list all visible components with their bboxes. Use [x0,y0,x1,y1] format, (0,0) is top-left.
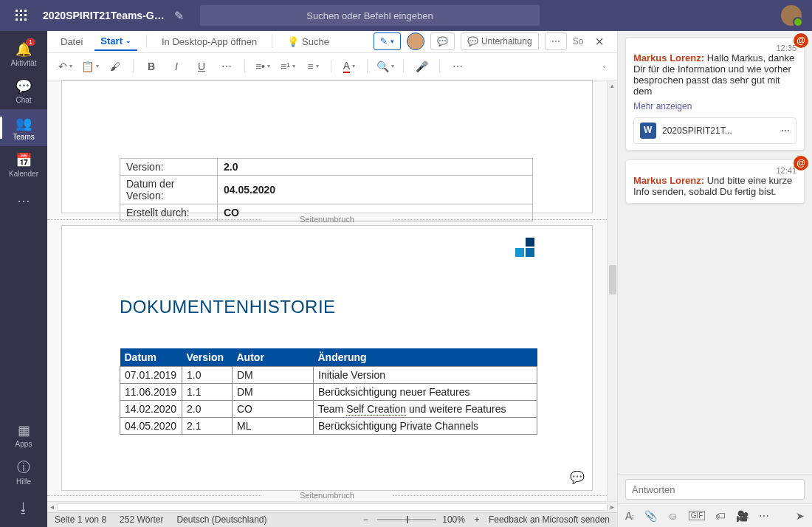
page-break-marker: Seitenumbruch [47,215,607,224]
rail-apps[interactable]: ▦ Apps [0,416,47,453]
bullets-button[interactable]: ≡• [252,56,273,77]
chat-author: Markus Lorenz: [633,52,704,63]
file-more-icon[interactable]: ⋯ [781,125,790,136]
svg-rect-10 [515,248,524,257]
meet-icon[interactable]: 🎥 [736,510,749,522]
scroll-thumb[interactable] [609,265,616,294]
svg-rect-0 [16,10,18,12]
company-logo-icon [514,238,534,258]
rail-chat[interactable]: 💬 Chat [0,72,47,109]
zoom-value: 100% [442,514,465,525]
more-compose-icon[interactable]: ⋯ [759,510,769,522]
rail-teams[interactable]: 👥 Teams [0,109,47,146]
clipboard-button[interactable]: 📋 [80,56,100,77]
open-desktop-link[interactable]: In Desktop-App öffnen [156,33,263,50]
language-indicator[interactable]: Deutsch (Deutschland) [176,514,266,525]
reply-box [618,474,812,503]
user-avatar[interactable] [781,5,802,26]
chat-author: Markus Lorenz: [633,175,704,186]
conversation-button[interactable]: 💬 Unterhaltung [461,32,539,50]
command-search-input[interactable]: Suchen oder Befehl eingeben [200,5,540,26]
rail-calendar[interactable]: 📅 Kalender [0,146,47,183]
tab-start[interactable]: Start ⌄ [94,32,137,51]
format-icon[interactable]: Aᵢ [625,510,634,522]
svg-rect-5 [24,14,27,16]
more-font-button[interactable]: ⋯ [216,56,237,77]
svg-rect-1 [20,10,22,12]
coauthor-avatar[interactable] [407,32,424,50]
emoji-icon[interactable]: ☺ [667,510,678,522]
rail-download[interactable]: ⭳ [0,490,47,527]
zoom-in-button[interactable]: + [471,514,483,525]
more-format-button[interactable]: ⋯ [447,56,468,77]
tab-file[interactable]: Datei [55,33,89,50]
vertical-scrollbar[interactable]: ▴ [607,80,617,501]
teams-titlebar: 2020SPIRIT21Teams-Governan... ✎ Suchen o… [0,0,812,31]
format-painter-button[interactable]: 🖌 [105,56,125,77]
comment-icon[interactable]: 💬 [570,470,585,484]
font-color-button[interactable]: A [339,56,359,77]
zoom-slider[interactable] [377,519,436,520]
status-bar: Seite 1 von 8 252 Wörter Deutsch (Deutsc… [47,512,617,527]
scroll-left-icon[interactable]: ◂ [50,503,54,511]
conversation-panel: @ 12:35 Markus Lorenz: Hallo Markus, dan… [617,31,812,527]
document-title: 2020SPIRIT21Teams-Governan... [43,10,168,21]
reply-input[interactable] [625,479,805,500]
app-rail: 1 🔔 Aktivität 💬 Chat 👥 Teams 📅 Kalender … [0,31,47,527]
more-ribbon-button[interactable]: ⋯ [545,32,567,50]
chat-message[interactable]: @ 12:41 Markus Lorenz: Und bitte eine ku… [625,159,805,204]
chat-message[interactable]: @ 12:35 Markus Lorenz: Hallo Markus, dan… [625,37,805,151]
edit-mode-button[interactable]: ✎ ▾ [374,32,401,50]
svg-rect-3 [16,14,18,16]
page-indicator[interactable]: Seite 1 von 8 [55,514,106,525]
rename-icon[interactable]: ✎ [174,9,184,23]
rail-more[interactable]: ⋯ [0,183,47,220]
calendar-icon: 📅 [16,152,32,168]
rail-activity[interactable]: 1 🔔 Aktivität [0,35,47,72]
underline-button[interactable]: U [191,56,212,77]
svg-rect-9 [526,238,534,247]
collapse-ribbon-icon[interactable]: ⌄ [599,63,610,69]
word-count[interactable]: 252 Wörter [120,514,163,525]
metadata-table: Version:2.0 Datum der Version:04.05.2020… [120,158,533,221]
show-more-link[interactable]: Mehr anzeigen [633,101,796,111]
table-row: 04.05.20202.1MLBerücksichtigung Private … [120,417,537,434]
zoom-out-button[interactable]: − [359,514,371,525]
dictate-button[interactable]: 🎤 [411,56,432,77]
ribbon-tabs: Datei Start ⌄ In Desktop-App öffnen 💡 Su… [47,31,617,53]
undo-button[interactable]: ↶ [55,56,75,77]
attach-icon[interactable]: 📎 [644,510,657,522]
file-attachment[interactable]: 2020SPIRIT21T... ⋯ [633,117,796,144]
sticker-icon[interactable]: 🏷 [715,510,726,522]
svg-rect-8 [24,18,27,21]
numbering-button[interactable]: ≡¹ [278,56,298,77]
document-canvas[interactable]: Version:2.0 Datum der Version:04.05.2020… [47,80,607,501]
feedback-link[interactable]: Feedback an Microsoft senden [489,514,610,525]
help-icon: ⓘ [17,458,30,476]
align-button[interactable]: ≡ [303,56,323,77]
horizontal-scrollbar[interactable]: ◂ ▸ [47,501,617,512]
mention-icon: @ [794,156,808,170]
svg-rect-4 [20,14,22,16]
rail-help[interactable]: ⓘ Hilfe [0,453,47,490]
teams-icon: 👥 [16,115,32,131]
mention-icon: @ [794,33,808,48]
table-row: 07.01.20191.0DMInitiale Version [120,366,537,383]
chat-icon: 💬 [16,78,32,94]
gif-icon[interactable]: GIF [689,511,706,520]
italic-button[interactable]: I [166,56,187,77]
search-in-doc[interactable]: 💡 Suche [281,33,335,50]
chat-icon-button[interactable]: 💬 [430,32,455,50]
close-button[interactable]: × [589,33,610,50]
app-launcher-icon[interactable] [6,10,37,21]
document-panel: Datei Start ⌄ In Desktop-App öffnen 💡 Su… [47,31,617,527]
download-icon: ⭳ [17,500,30,516]
scroll-right-icon[interactable]: ▸ [610,503,614,511]
format-toolbar: ↶ 📋 🖌 B I U ⋯ ≡• ≡¹ ≡ A 🔍 🎤 ⋯ ⌄ [47,53,617,80]
send-icon[interactable]: ➤ [796,510,805,522]
bold-button[interactable]: B [141,56,162,77]
find-button[interactable]: 🔍 [375,56,396,77]
history-table: DatumVersionAutorÄnderung 07.01.20191.0D… [120,348,537,435]
table-row: 14.02.20202.0COTeam Self Creation und we… [120,400,537,417]
ellipsis-icon: ⋯ [17,193,30,209]
